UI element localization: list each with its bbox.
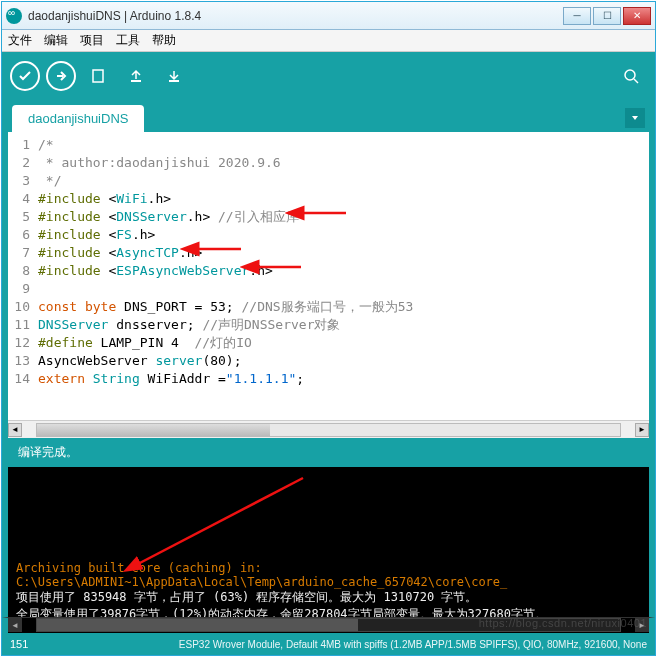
menu-help[interactable]: 帮助 — [152, 32, 176, 49]
code-line[interactable]: 8#include <ESPAsyncWebServer.h> — [8, 262, 649, 280]
toolbar — [2, 52, 655, 100]
code-line[interactable]: 12#define LAMP_PIN 4 //灯的IO — [8, 334, 649, 352]
menu-edit[interactable]: 编辑 — [44, 32, 68, 49]
svg-point-3 — [625, 70, 635, 80]
menubar: 文件 编辑 项目 工具 帮助 — [2, 30, 655, 52]
code-line[interactable]: 11DNSServer dnsserver; //声明DNSServer对象 — [8, 316, 649, 334]
menu-file[interactable]: 文件 — [8, 32, 32, 49]
console-line-archive: Archiving built core (caching) in: C:\Us… — [16, 561, 641, 589]
code-line[interactable]: 6#include <FS.h> — [8, 226, 649, 244]
code-line[interactable]: 2 * author:daodanjishui 2020.9.6 — [8, 154, 649, 172]
minimize-button[interactable]: ─ — [563, 7, 591, 25]
close-button[interactable]: ✕ — [623, 7, 651, 25]
tab-bar: daodanjishuiDNS — [2, 100, 655, 132]
open-button[interactable] — [120, 60, 152, 92]
tab-sketch[interactable]: daodanjishuiDNS — [12, 105, 144, 132]
code-line[interactable]: 7#include <AsyncTCP.h> — [8, 244, 649, 262]
window-title: daodanjishuiDNS | Arduino 1.8.4 — [28, 9, 563, 23]
code-line[interactable]: 3 */ — [8, 172, 649, 190]
console-line-globals: 全局变量使用了39876字节，(12%)的动态内存，余留287804字节局部变量… — [16, 606, 641, 617]
arduino-icon — [6, 8, 22, 24]
watermark: https://blog.csdn.net/niruxi0401 — [479, 617, 647, 629]
save-button[interactable] — [158, 60, 190, 92]
console-line-sketch-size: 项目使用了 835948 字节，占用了 (63%) 程序存储空间。最大为 131… — [16, 589, 641, 606]
menu-tools[interactable]: 工具 — [116, 32, 140, 49]
code-line[interactable]: 4#include <WiFi.h> — [8, 190, 649, 208]
verify-button[interactable] — [10, 61, 40, 91]
scroll-left-icon[interactable]: ◄ — [8, 423, 22, 437]
code-editor[interactable]: 1/*2 * author:daodanjishui 2020.9.63 */4… — [2, 132, 655, 438]
board-info: ESP32 Wrover Module, Default 4MB with sp… — [179, 639, 647, 650]
code-line[interactable]: 14extern String WiFiAddr ="1.1.1.1"; — [8, 370, 649, 388]
upload-button[interactable] — [46, 61, 76, 91]
line-number-indicator: 151 — [10, 638, 28, 650]
maximize-button[interactable]: ☐ — [593, 7, 621, 25]
titlebar: daodanjishuiDNS | Arduino 1.8.4 ─ ☐ ✕ — [2, 2, 655, 30]
code-line[interactable]: 5#include <DNSServer.h> //引入相应库 — [8, 208, 649, 226]
code-line[interactable]: 9 — [8, 280, 649, 298]
serial-monitor-button[interactable] — [615, 60, 647, 92]
svg-rect-2 — [169, 80, 179, 82]
bottom-statusbar: 151 ESP32 Wrover Module, Default 4MB wit… — [2, 633, 655, 655]
tab-dropdown-button[interactable] — [625, 108, 645, 128]
code-line[interactable]: 13AsyncWebServer server(80); — [8, 352, 649, 370]
console-output[interactable]: Archiving built core (caching) in: C:\Us… — [2, 467, 655, 617]
svg-rect-1 — [131, 80, 141, 82]
scroll-right-icon[interactable]: ► — [635, 423, 649, 437]
code-line[interactable]: 1/* — [8, 136, 649, 154]
new-button[interactable] — [82, 60, 114, 92]
menu-sketch[interactable]: 项目 — [80, 32, 104, 49]
status-message: 编译完成。 — [2, 438, 655, 467]
code-line[interactable]: 10const byte DNS_PORT = 53; //DNS服务端口号，一… — [8, 298, 649, 316]
console-scroll-left-icon[interactable]: ◄ — [8, 618, 22, 632]
svg-rect-0 — [93, 70, 103, 82]
editor-h-scrollbar[interactable]: ◄ ► — [8, 420, 649, 438]
